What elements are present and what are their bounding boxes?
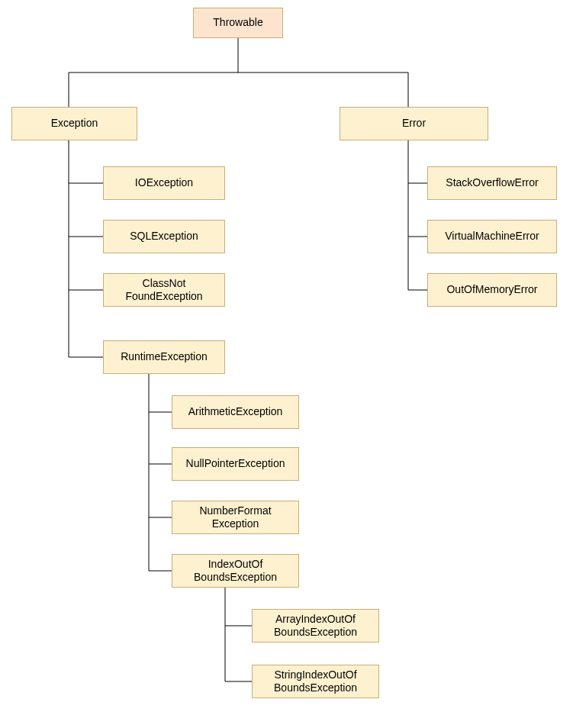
label: VirtualMachineError <box>445 230 539 243</box>
label: OutOfMemoryError <box>446 283 537 297</box>
node-throwable: Throwable <box>193 8 283 38</box>
node-classnotfoundexception-stack: ClassNot FoundException <box>103 273 225 307</box>
node-virtualmachineerror: VirtualMachineError <box>427 220 557 253</box>
label: ClassNot FoundException <box>125 277 202 304</box>
node-outofmemoryerror-stack: OutOfMemoryError <box>427 273 557 307</box>
node-stringindexoutofbounds-stack: StringIndexOutOf BoundsException <box>252 665 379 698</box>
node-sqlexception: SQLException <box>103 220 225 253</box>
label: IOException <box>135 176 193 190</box>
node-runtimeexception: RuntimeException <box>103 340 225 374</box>
node-arrayindexoutofbounds: ArrayIndexOutOf BoundsException <box>252 609 379 643</box>
label: StringIndexOutOf BoundsException <box>274 668 357 695</box>
label: NullPointerException <box>186 457 285 471</box>
label: Exception <box>51 117 98 130</box>
label: ArrayIndexOutOf BoundsException <box>274 613 357 639</box>
node-numberformatexception: NumberFormat Exception <box>172 501 299 534</box>
label: IndexOutOf BoundsException <box>194 558 277 585</box>
node-error: Error <box>340 107 488 140</box>
label: Error <box>402 117 426 130</box>
node-ioexception: IOException <box>103 166 225 200</box>
diagram-canvas: Throwable Exception Error IOException SQ… <box>0 0 573 728</box>
label: NumberFormat Exception <box>199 504 271 531</box>
node-indexoutofboundsexception: IndexOutOf BoundsException <box>172 554 299 588</box>
node-arithmeticexception: ArithmeticException <box>172 395 299 429</box>
label: StackOverflowError <box>446 176 538 190</box>
node-nullpointerexception: NullPointerException <box>172 447 299 481</box>
label: RuntimeException <box>121 350 208 364</box>
label: Throwable <box>213 16 262 30</box>
label: ArithmeticException <box>188 405 283 419</box>
node-stackoverflowerror: StackOverflowError <box>427 166 557 200</box>
node-exception: Exception <box>11 107 137 140</box>
label: SQLException <box>130 230 198 243</box>
